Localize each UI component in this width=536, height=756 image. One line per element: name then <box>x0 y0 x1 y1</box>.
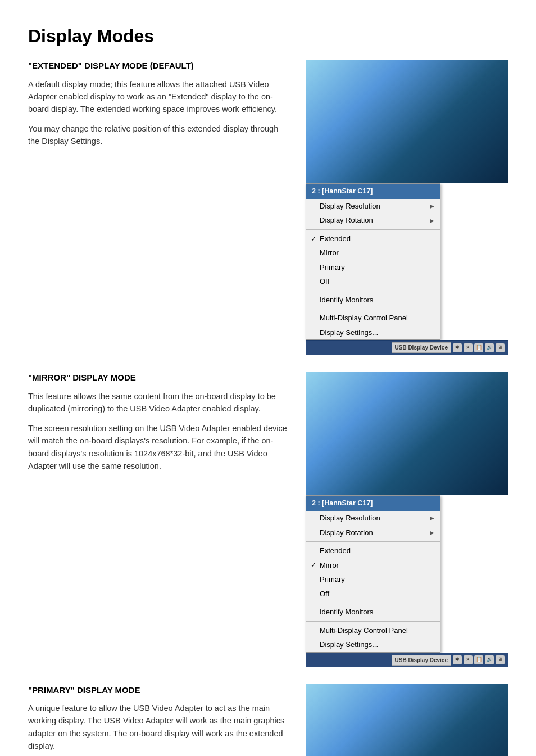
separator <box>306 603 440 603</box>
mirror-menu-display-settings[interactable]: Display Settings... <box>306 637 440 652</box>
mirror-taskbar: USB Display Device ✱ ✕ 📋 🔊 🖥 <box>306 653 508 667</box>
separator <box>306 229 440 230</box>
separator <box>306 541 440 542</box>
page-title: Display Modes <box>28 22 508 49</box>
extended-screenshot: 2 : [HannStar C17] Display Resolution ▶ … <box>306 60 508 355</box>
mirror-menu-header: 2 : [HannStar C17] <box>306 496 440 511</box>
tray-icon-3: 📋 <box>474 655 483 664</box>
extended-menu-display-rotation[interactable]: Display Rotation ▶ <box>306 213 440 228</box>
mirror-screenshot: 2 : [HannStar C17] Display Resolution ▶ … <box>306 372 508 667</box>
arrow-icon: ▶ <box>430 514 434 522</box>
primary-para-1: A unique feature to allow the USB Video … <box>28 702 289 753</box>
primary-text: "PRIMARY" DISPLAY MODE A unique feature … <box>28 684 289 757</box>
extended-menu-off[interactable]: Off <box>306 274 440 289</box>
primary-screenshot-img <box>306 684 508 757</box>
extended-menu-extended[interactable]: ✓ Extended <box>306 232 440 246</box>
usb-label: USB Display Device <box>392 342 452 353</box>
check-icon: ✓ <box>311 234 316 244</box>
mirror-menu-extended[interactable]: Extended <box>306 544 440 558</box>
separator <box>306 621 440 622</box>
tray-icon-2: ✕ <box>464 655 473 664</box>
extended-menu-display-settings[interactable]: Display Settings... <box>306 325 440 340</box>
mirror-menu-off[interactable]: Off <box>306 587 440 601</box>
primary-screenshot: 2 : [HannStar C17] Display Resolution ▶ … <box>306 684 508 757</box>
extended-section: "EXTENDED" DISPLAY MODE (DEFAULT) A defa… <box>28 60 508 355</box>
mirror-menu-mirror[interactable]: ✓ Mirror <box>306 558 440 573</box>
arrow-icon: ▶ <box>430 528 434 537</box>
mirror-menu-primary[interactable]: Primary <box>306 572 440 587</box>
mirror-para-2: The screen resolution setting on the USB… <box>28 422 289 473</box>
extended-menu-display-resolution[interactable]: Display Resolution ▶ <box>306 199 440 214</box>
tray-icon-1: ✱ <box>453 343 462 352</box>
extended-menu-primary[interactable]: Primary <box>306 260 440 275</box>
mirror-screenshot-img <box>306 372 508 495</box>
extended-menu-control-panel[interactable]: Multi-Display Control Panel <box>306 311 440 325</box>
mirror-menu-control-panel[interactable]: Multi-Display Control Panel <box>306 623 440 638</box>
primary-section: "PRIMARY" DISPLAY MODE A unique feature … <box>28 684 508 757</box>
extended-taskbar: USB Display Device ✱ ✕ 📋 🔊 🖥 <box>306 340 508 355</box>
separator <box>306 309 440 309</box>
mirror-menu-identify[interactable]: Identify Monitors <box>306 605 440 619</box>
extended-menu-mirror[interactable]: Mirror <box>306 246 440 260</box>
mirror-context-menu: 2 : [HannStar C17] Display Resolution ▶ … <box>306 495 440 652</box>
extended-context-menu: 2 : [HannStar C17] Display Resolution ▶ … <box>306 183 440 340</box>
tray-icon-5: 🖥 <box>496 655 505 664</box>
tray-icon-5: 🖥 <box>496 343 505 352</box>
tray-icon-3: 📋 <box>474 343 483 352</box>
extended-screenshot-img <box>306 60 508 183</box>
usb-label: USB Display Device <box>392 655 452 666</box>
mirror-menu-display-rotation[interactable]: Display Rotation ▶ <box>306 526 440 540</box>
mirror-menu-wrapper: 2 : [HannStar C17] Display Resolution ▶ … <box>300 372 508 667</box>
mirror-section: "MIRROR" DISPLAY MODE This feature allow… <box>28 372 508 667</box>
mirror-para-1: This feature allows the same content fro… <box>28 390 289 415</box>
extended-heading: "EXTENDED" DISPLAY MODE (DEFAULT) <box>28 60 289 73</box>
tray-icon-1: ✱ <box>453 655 462 664</box>
mirror-heading: "MIRROR" DISPLAY MODE <box>28 372 289 384</box>
mirror-text: "MIRROR" DISPLAY MODE This feature allow… <box>28 372 289 479</box>
extended-menu-identify[interactable]: Identify Monitors <box>306 293 440 307</box>
extended-para-1: A default display mode; this feature all… <box>28 78 289 116</box>
mirror-menu-display-resolution[interactable]: Display Resolution ▶ <box>306 511 440 526</box>
tray-icon-4: 🔊 <box>485 343 494 352</box>
extended-para-2: You may change the relative position of … <box>28 123 289 148</box>
arrow-icon: ▶ <box>430 202 434 210</box>
tray-icon-4: 🔊 <box>485 655 494 664</box>
tray-icon-2: ✕ <box>464 343 473 352</box>
extended-menu-header: 2 : [HannStar C17] <box>306 184 440 199</box>
primary-heading: "PRIMARY" DISPLAY MODE <box>28 684 289 697</box>
arrow-icon: ▶ <box>430 216 434 225</box>
check-icon: ✓ <box>311 560 316 570</box>
primary-menu-wrapper: 2 : [HannStar C17] Display Resolution ▶ … <box>300 684 508 757</box>
separator <box>306 291 440 291</box>
extended-text: "EXTENDED" DISPLAY MODE (DEFAULT) A defa… <box>28 60 289 155</box>
extended-menu-wrapper: 2 : [HannStar C17] Display Resolution ▶ … <box>300 60 508 355</box>
